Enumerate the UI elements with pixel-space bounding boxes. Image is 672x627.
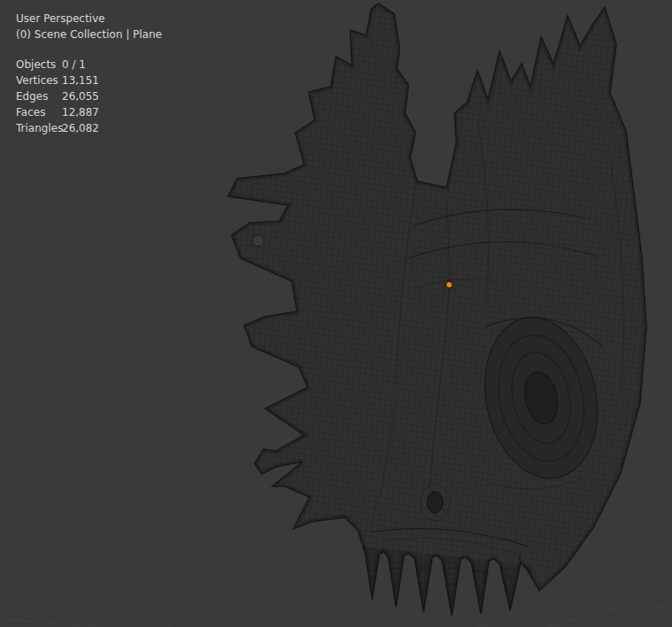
stat-row-vertices: Vertices 13,151 xyxy=(16,73,162,88)
scene-statistics: Objects 0 / 1 Vertices 13,151 Edges 26,0… xyxy=(16,57,162,136)
stat-value-vertices: 13,151 xyxy=(62,73,99,88)
mesh-wire-grid xyxy=(228,4,646,616)
stat-value-edges: 26,055 xyxy=(62,88,99,104)
stat-label-objects: Objects xyxy=(16,57,62,73)
stat-value-objects: 0 / 1 xyxy=(62,57,86,73)
stat-row-objects: Objects 0 / 1 xyxy=(16,57,162,73)
object-origin-dot[interactable] xyxy=(447,282,452,287)
stat-value-faces: 12,887 xyxy=(62,104,99,120)
stat-label-edges: Edges xyxy=(16,88,62,104)
viewport-text-overlay: User Perspective (0) Scene Collection | … xyxy=(16,11,162,136)
stat-label-vertices: Vertices xyxy=(16,73,62,88)
stat-row-faces: Faces 12,887 xyxy=(16,104,162,120)
stat-label-triangles: Triangles xyxy=(16,120,62,136)
mesh-hole xyxy=(253,235,264,247)
stat-row-triangles: Triangles 26,082 xyxy=(16,120,162,136)
stat-row-edges: Edges 26,055 xyxy=(16,88,162,104)
floor-grid-lines xyxy=(0,573,672,627)
stat-value-triangles: 26,082 xyxy=(62,120,99,136)
collection-path-label: (0) Scene Collection | Plane xyxy=(16,27,162,42)
stat-label-faces: Faces xyxy=(16,104,62,120)
view-name-label: User Perspective xyxy=(16,11,162,27)
mesh-wireframe-object[interactable] xyxy=(228,4,646,623)
